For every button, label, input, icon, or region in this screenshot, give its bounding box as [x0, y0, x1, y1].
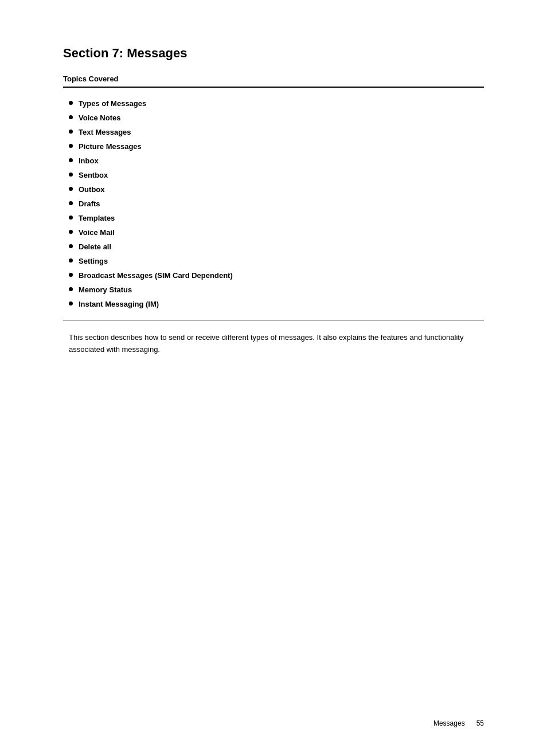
list-item: Memory Status [69, 285, 484, 294]
list-item: Broadcast Messages (SIM Card Dependent) [69, 271, 484, 280]
list-item-text: Memory Status [79, 285, 132, 294]
list-item: Outbox [69, 185, 484, 194]
bullet-icon [69, 144, 73, 148]
list-item: Types of Messages [69, 99, 484, 108]
description-text: This section describes how to send or re… [63, 332, 484, 356]
list-item: Delete all [69, 242, 484, 251]
bullet-icon [69, 101, 73, 105]
list-item: Instant Messaging (IM) [69, 300, 484, 308]
list-item: Drafts [69, 199, 484, 208]
bullet-icon [69, 115, 73, 119]
bullet-icon [69, 173, 73, 177]
bullet-icon [69, 258, 73, 263]
list-item: Voice Mail [69, 228, 484, 237]
list-item-text: Outbox [79, 185, 105, 194]
list-item: Templates [69, 214, 484, 222]
list-item: Picture Messages [69, 142, 484, 151]
list-item-text: Picture Messages [79, 142, 142, 151]
bullet-icon [69, 301, 73, 305]
bullet-icon [69, 273, 73, 277]
bullet-icon [69, 130, 73, 134]
bullet-icon [69, 230, 73, 234]
page-footer: Messages 55 [433, 719, 484, 727]
list-item-text: Instant Messaging (IM) [79, 300, 159, 308]
list-item: Text Messages [69, 128, 484, 136]
list-item-text: Inbox [79, 156, 99, 165]
list-item-text: Delete all [79, 242, 111, 251]
list-item-text: Broadcast Messages (SIM Card Dependent) [79, 271, 233, 280]
list-item-text: Voice Notes [79, 113, 120, 122]
list-item-text: Drafts [79, 199, 100, 208]
section-title: Section 7: Messages [63, 46, 484, 61]
bullet-icon [69, 201, 73, 205]
divider-top [63, 87, 484, 88]
topics-list: Types of MessagesVoice NotesText Message… [69, 99, 484, 308]
bullet-icon [69, 244, 73, 248]
list-item: Sentbox [69, 171, 484, 179]
bullet-icon [69, 287, 73, 291]
list-item: Voice Notes [69, 113, 484, 122]
list-item: Inbox [69, 156, 484, 165]
list-item-text: Settings [79, 257, 108, 265]
bullet-icon [69, 187, 73, 191]
list-item-text: Voice Mail [79, 228, 115, 237]
list-item-text: Sentbox [79, 171, 108, 179]
list-item-text: Text Messages [79, 128, 131, 136]
divider-bottom [63, 320, 484, 320]
footer-section-label: Messages [433, 719, 465, 727]
list-item-text: Templates [79, 214, 115, 222]
list-item: Settings [69, 257, 484, 265]
topics-covered-label: Topics Covered [63, 75, 484, 83]
footer-page-number: 55 [476, 719, 484, 727]
bullet-icon [69, 216, 73, 220]
bullet-icon [69, 158, 73, 162]
page-container: Section 7: Messages Topics Covered Types… [0, 0, 547, 756]
list-item-text: Types of Messages [79, 99, 146, 108]
